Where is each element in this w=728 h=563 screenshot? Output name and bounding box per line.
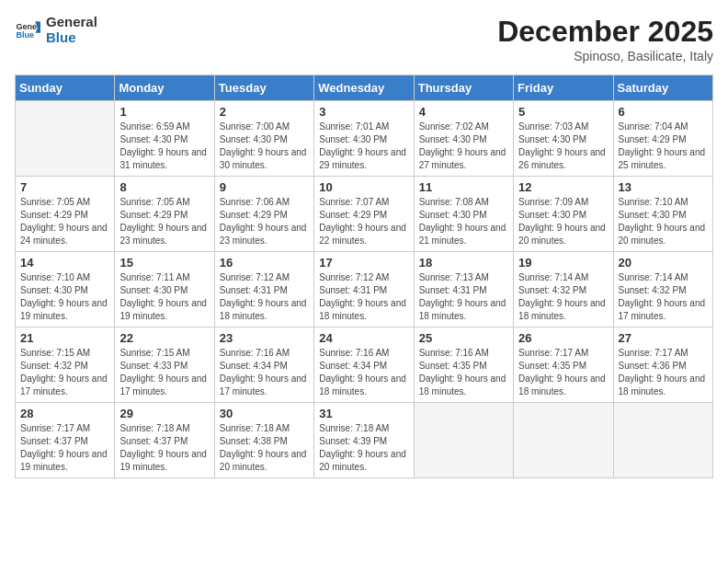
calendar-cell: 10Sunrise: 7:07 AMSunset: 4:29 PMDayligh…	[314, 177, 414, 252]
calendar-cell: 8Sunrise: 7:05 AMSunset: 4:29 PMDaylight…	[115, 177, 214, 252]
calendar-cell: 21Sunrise: 7:15 AMSunset: 4:32 PMDayligh…	[16, 327, 115, 403]
calendar-cell: 26Sunrise: 7:17 AMSunset: 4:35 PMDayligh…	[514, 327, 613, 403]
calendar-cell: 22Sunrise: 7:15 AMSunset: 4:33 PMDayligh…	[115, 327, 214, 403]
svg-text:Blue: Blue	[16, 30, 34, 40]
calendar-cell: 2Sunrise: 7:00 AMSunset: 4:30 PMDaylight…	[214, 101, 313, 177]
day-info: Sunrise: 7:17 AMSunset: 4:36 PMDaylight:…	[619, 347, 708, 398]
calendar-cell: 25Sunrise: 7:16 AMSunset: 4:35 PMDayligh…	[414, 327, 513, 403]
calendar-cell: 18Sunrise: 7:13 AMSunset: 4:31 PMDayligh…	[414, 252, 513, 327]
day-number: 26	[518, 331, 608, 345]
calendar-cell	[414, 403, 513, 478]
day-info: Sunrise: 7:08 AMSunset: 4:30 PMDaylight:…	[419, 196, 508, 247]
day-number: 2	[220, 105, 309, 119]
calendar-cell: 19Sunrise: 7:14 AMSunset: 4:32 PMDayligh…	[514, 252, 613, 327]
logo-general-text: General	[46, 15, 97, 30]
day-number: 10	[319, 180, 408, 194]
day-number: 18	[419, 256, 508, 270]
day-info: Sunrise: 7:14 AMSunset: 4:32 PMDaylight:…	[518, 271, 608, 323]
day-info: Sunrise: 7:16 AMSunset: 4:34 PMDaylight:…	[319, 347, 408, 398]
calendar-cell: 24Sunrise: 7:16 AMSunset: 4:34 PMDayligh…	[314, 327, 414, 403]
day-info: Sunrise: 7:15 AMSunset: 4:32 PMDaylight:…	[20, 347, 109, 398]
week-row-2: 7Sunrise: 7:05 AMSunset: 4:29 PMDaylight…	[16, 177, 713, 252]
calendar-cell: 17Sunrise: 7:12 AMSunset: 4:31 PMDayligh…	[314, 252, 414, 327]
calendar-cell: 23Sunrise: 7:16 AMSunset: 4:34 PMDayligh…	[214, 327, 313, 403]
day-number: 11	[419, 180, 508, 194]
week-row-1: 1Sunrise: 6:59 AMSunset: 4:30 PMDaylight…	[16, 101, 713, 177]
day-info: Sunrise: 7:04 AMSunset: 4:29 PMDaylight:…	[619, 121, 708, 172]
day-number: 31	[319, 407, 408, 420]
day-info: Sunrise: 6:59 AMSunset: 4:30 PMDaylight:…	[119, 121, 209, 172]
calendar-cell: 3Sunrise: 7:01 AMSunset: 4:30 PMDaylight…	[314, 101, 414, 177]
day-number: 6	[619, 105, 708, 119]
day-info: Sunrise: 7:10 AMSunset: 4:30 PMDaylight:…	[20, 271, 109, 323]
day-info: Sunrise: 7:16 AMSunset: 4:35 PMDaylight:…	[419, 347, 508, 398]
day-info: Sunrise: 7:05 AMSunset: 4:29 PMDaylight:…	[20, 196, 109, 247]
day-number: 28	[20, 407, 109, 420]
calendar-cell: 4Sunrise: 7:02 AMSunset: 4:30 PMDaylight…	[414, 101, 513, 177]
calendar-table: SundayMondayTuesdayWednesdayThursdayFrid…	[15, 75, 713, 478]
calendar-cell: 20Sunrise: 7:14 AMSunset: 4:32 PMDayligh…	[613, 252, 712, 327]
day-number: 3	[319, 105, 408, 119]
col-header-tuesday: Tuesday	[214, 75, 313, 101]
logo-blue-text: Blue	[46, 30, 97, 46]
day-number: 5	[518, 105, 608, 119]
day-number: 15	[119, 256, 209, 270]
col-header-friday: Friday	[514, 75, 613, 101]
month-title: December 2025	[497, 15, 713, 49]
col-header-saturday: Saturday	[613, 75, 712, 101]
week-row-4: 21Sunrise: 7:15 AMSunset: 4:32 PMDayligh…	[16, 327, 713, 403]
day-number: 16	[220, 256, 309, 270]
calendar-cell: 6Sunrise: 7:04 AMSunset: 4:29 PMDaylight…	[613, 101, 712, 177]
day-number: 8	[119, 180, 209, 194]
day-info: Sunrise: 7:06 AMSunset: 4:29 PMDaylight:…	[220, 196, 309, 247]
day-info: Sunrise: 7:07 AMSunset: 4:29 PMDaylight:…	[319, 196, 408, 247]
day-info: Sunrise: 7:18 AMSunset: 4:37 PMDaylight:…	[119, 422, 209, 474]
day-info: Sunrise: 7:05 AMSunset: 4:29 PMDaylight:…	[119, 196, 209, 247]
day-number: 4	[419, 105, 508, 119]
location-subtitle: Spinoso, Basilicate, Italy	[497, 49, 713, 63]
day-number: 20	[619, 256, 708, 270]
calendar-cell	[613, 403, 712, 478]
day-number: 17	[319, 256, 408, 270]
day-number: 24	[319, 331, 408, 345]
day-number: 27	[619, 331, 708, 345]
calendar-cell: 16Sunrise: 7:12 AMSunset: 4:31 PMDayligh…	[214, 252, 313, 327]
calendar-cell: 13Sunrise: 7:10 AMSunset: 4:30 PMDayligh…	[613, 177, 712, 252]
day-info: Sunrise: 7:02 AMSunset: 4:30 PMDaylight:…	[419, 121, 508, 172]
title-block: December 2025 Spinoso, Basilicate, Italy	[497, 15, 713, 63]
day-info: Sunrise: 7:00 AMSunset: 4:30 PMDaylight:…	[220, 121, 309, 172]
day-number: 9	[220, 180, 309, 194]
day-info: Sunrise: 7:18 AMSunset: 4:38 PMDaylight:…	[220, 422, 309, 474]
logo: General Blue General Blue	[15, 15, 97, 45]
header-row: SundayMondayTuesdayWednesdayThursdayFrid…	[16, 75, 713, 101]
day-info: Sunrise: 7:14 AMSunset: 4:32 PMDaylight:…	[619, 271, 708, 323]
day-info: Sunrise: 7:01 AMSunset: 4:30 PMDaylight:…	[319, 121, 408, 172]
day-info: Sunrise: 7:09 AMSunset: 4:30 PMDaylight:…	[518, 196, 608, 247]
day-info: Sunrise: 7:16 AMSunset: 4:34 PMDaylight:…	[220, 347, 309, 398]
calendar-cell: 27Sunrise: 7:17 AMSunset: 4:36 PMDayligh…	[613, 327, 712, 403]
day-number: 29	[119, 407, 209, 420]
day-number: 1	[119, 105, 209, 119]
day-info: Sunrise: 7:13 AMSunset: 4:31 PMDaylight:…	[419, 271, 508, 323]
page-header: General Blue General Blue December 2025 …	[15, 15, 713, 63]
day-info: Sunrise: 7:17 AMSunset: 4:35 PMDaylight:…	[518, 347, 608, 398]
week-row-3: 14Sunrise: 7:10 AMSunset: 4:30 PMDayligh…	[16, 252, 713, 327]
day-info: Sunrise: 7:17 AMSunset: 4:37 PMDaylight:…	[20, 422, 109, 474]
logo-icon: General Blue	[15, 17, 40, 43]
calendar-cell	[16, 101, 115, 177]
day-number: 12	[518, 180, 608, 194]
day-info: Sunrise: 7:15 AMSunset: 4:33 PMDaylight:…	[119, 347, 209, 398]
week-row-5: 28Sunrise: 7:17 AMSunset: 4:37 PMDayligh…	[16, 403, 713, 478]
col-header-monday: Monday	[115, 75, 214, 101]
day-number: 14	[20, 256, 109, 270]
calendar-cell: 29Sunrise: 7:18 AMSunset: 4:37 PMDayligh…	[115, 403, 214, 478]
day-info: Sunrise: 7:10 AMSunset: 4:30 PMDaylight:…	[619, 196, 708, 247]
calendar-cell	[514, 403, 613, 478]
calendar-cell: 14Sunrise: 7:10 AMSunset: 4:30 PMDayligh…	[16, 252, 115, 327]
col-header-thursday: Thursday	[414, 75, 513, 101]
calendar-cell: 15Sunrise: 7:11 AMSunset: 4:30 PMDayligh…	[115, 252, 214, 327]
calendar-cell: 1Sunrise: 6:59 AMSunset: 4:30 PMDaylight…	[115, 101, 214, 177]
calendar-cell: 9Sunrise: 7:06 AMSunset: 4:29 PMDaylight…	[214, 177, 313, 252]
day-number: 23	[220, 331, 309, 345]
day-number: 13	[619, 180, 708, 194]
